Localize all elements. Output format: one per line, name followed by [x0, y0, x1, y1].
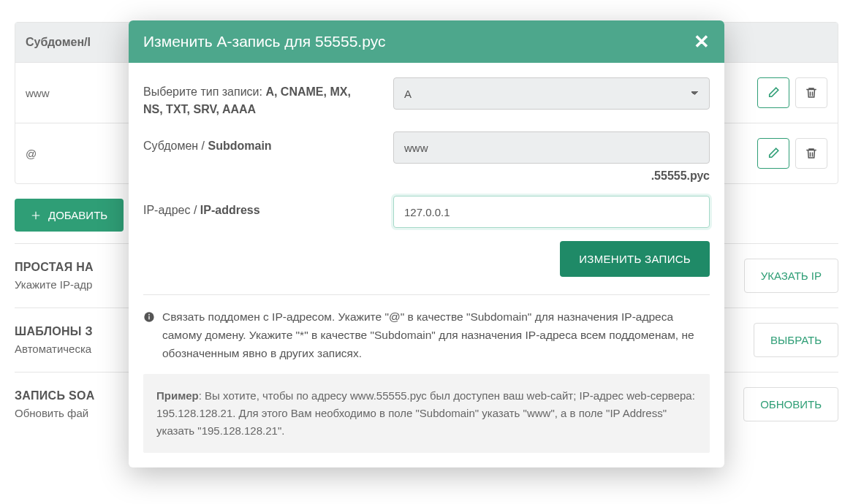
form-row-ip: IP-адрес / IP-address [143, 196, 710, 228]
form-row-subdomain: Субдомен / Subdomain .55555.рус [143, 131, 710, 183]
edit-a-record-modal: Изменить A-запись для 55555.рус ✕ Выбери… [129, 20, 724, 443]
modal-overlay: Изменить A-запись для 55555.рус ✕ Выбери… [0, 0, 853, 443]
submit-button[interactable]: ИЗМЕНИТЬ ЗАПИСЬ [560, 241, 710, 277]
example-label: Пример [156, 389, 199, 402]
record-type-label: Выберите тип записи: A, CNAME, MX, NS, T… [143, 77, 370, 118]
domain-suffix: .55555.рус [393, 169, 710, 183]
info-icon [143, 311, 155, 323]
svg-rect-1 [148, 316, 149, 320]
info-text: Связать поддомен с IP-адресом. Укажите "… [143, 308, 710, 362]
record-type-select[interactable]: A [393, 77, 710, 110]
modal-header: Изменить A-запись для 55555.рус ✕ [129, 20, 724, 63]
svg-point-2 [148, 314, 150, 316]
ip-label: IP-адрес / IP-address [143, 196, 370, 228]
form-row-record-type: Выберите тип записи: A, CNAME, MX, NS, T… [143, 77, 710, 118]
subdomain-input[interactable] [393, 131, 710, 164]
ip-input[interactable] [393, 196, 710, 228]
subdomain-label: Субдомен / Subdomain [143, 131, 370, 183]
close-icon[interactable]: ✕ [694, 32, 710, 51]
example-box: Пример: Вы хотите, чтобы по адресу www.5… [143, 374, 710, 443]
modal-title: Изменить A-запись для 55555.рус [143, 33, 385, 50]
